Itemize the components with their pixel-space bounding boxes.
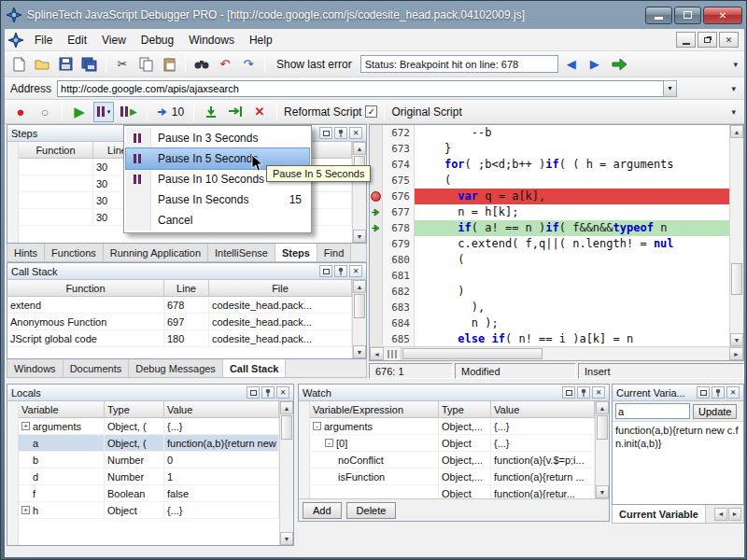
callstack-row[interactable]: extend678codesite_head.pack... — [7, 297, 352, 314]
panel-float-button[interactable] — [319, 127, 332, 139]
step-out-button[interactable] — [225, 102, 246, 122]
paste-button[interactable] — [159, 54, 179, 75]
menu-help[interactable]: Help — [242, 31, 280, 49]
panel-close-button[interactable]: ✕ — [349, 265, 362, 277]
code-area[interactable]: 672 --b 673 } 674 for( ;b<d;b++ )if( ( h… — [370, 125, 729, 346]
close-button[interactable]: ✕ — [703, 7, 742, 24]
panel-float-button[interactable] — [319, 265, 332, 277]
navigate-forward-button[interactable]: ▶ — [585, 54, 605, 75]
tab-scroll-left-button[interactable]: ◄ — [714, 508, 727, 521]
panel-pin-button[interactable] — [712, 386, 725, 399]
tab-intellisense[interactable]: IntelliSense — [208, 244, 275, 261]
tab-documents[interactable]: Documents — [63, 359, 130, 377]
tab-scroll-right-button[interactable]: ► — [728, 508, 741, 521]
stop-debug-button[interactable]: ✕ — [249, 102, 270, 122]
show-last-error-button[interactable]: Show last error — [271, 58, 358, 71]
code-line[interactable]: 679 c.extend( f,q||( n.length! = nul — [370, 236, 729, 252]
code-line-current[interactable]: 678 if( a! == n )if( f&&n&&typeof n — [370, 220, 729, 236]
scrollbar-thumb[interactable] — [281, 415, 292, 440]
splitter-grip[interactable] — [384, 347, 402, 360]
clear-breakpoint-button[interactable]: ○ — [35, 102, 55, 122]
callstack-row[interactable]: Anonymous Function697codesite_head.pack.… — [7, 314, 352, 330]
locals-row[interactable]: +argumentsObject, ({...} — [19, 418, 279, 435]
expand-toggle[interactable]: + — [21, 506, 30, 514]
menu-edit[interactable]: Edit — [60, 31, 94, 49]
step-count-button[interactable]: 10 — [154, 102, 187, 122]
mdi-minimize-button[interactable] — [676, 32, 696, 48]
mdi-close-button[interactable]: ✕ — [719, 32, 739, 48]
scroll-left-button[interactable]: ◄ — [370, 347, 384, 360]
callstack-col-file[interactable]: File — [209, 280, 352, 296]
menu-item-pause-3s[interactable]: Pause In 3 Seconds — [126, 128, 309, 148]
pause-dropdown-button[interactable]: ▾ — [93, 102, 114, 122]
panel-float-button[interactable] — [562, 386, 575, 399]
code-line[interactable]: 684 n ); — [370, 315, 729, 331]
scrollbar-thumb[interactable] — [731, 263, 742, 295]
editor-horizontal-scrollbar[interactable]: ◄ ► — [370, 346, 743, 360]
scroll-up-button[interactable]: ▲ — [730, 125, 743, 138]
go-button[interactable] — [608, 54, 630, 75]
scroll-down-button[interactable]: ▼ — [280, 532, 293, 545]
code-line[interactable]: 673 } — [370, 141, 729, 157]
watch-col-variable[interactable]: Variable/Expression — [310, 401, 439, 417]
watch-scrollbar[interactable]: ▲ ▼ — [595, 401, 609, 498]
panel-close-button[interactable]: ✕ — [276, 386, 289, 399]
toolbar-overflow-chevron[interactable]: ▾ — [730, 60, 740, 69]
panel-close-button[interactable]: ✕ — [349, 127, 362, 139]
panel-pin-button[interactable] — [577, 386, 590, 399]
tab-functions[interactable]: Functions — [45, 244, 104, 261]
code-line[interactable]: 682 ) — [370, 284, 729, 300]
watch-row[interactable]: isFunctionObject,...function(a){return .… — [310, 469, 595, 485]
pause-resume-button[interactable]: ▶ — [118, 102, 140, 122]
locals-row[interactable]: bNumber0 — [19, 452, 279, 469]
tab-call-stack[interactable]: Call Stack — [223, 359, 287, 377]
locals-row[interactable]: dNumber1 — [19, 469, 279, 485]
new-file-button[interactable] — [8, 54, 29, 75]
code-line[interactable]: 685 else if( n! == i )a[k] = n — [370, 331, 729, 346]
toolbar-overflow-chevron[interactable]: ▾ — [728, 84, 739, 93]
save-all-button[interactable] — [78, 54, 100, 75]
redo-button[interactable]: ↷ — [238, 54, 259, 75]
step-into-button[interactable] — [201, 102, 221, 122]
run-button[interactable]: ▶ — [69, 102, 90, 122]
watch-row[interactable]: Objectfunction(a){retur... — [310, 485, 595, 498]
scroll-down-button[interactable]: ▼ — [730, 333, 743, 346]
minimize-button[interactable] — [645, 7, 672, 24]
panel-pin-button[interactable] — [334, 127, 347, 139]
scroll-up-button[interactable]: ▲ — [353, 280, 366, 293]
code-line[interactable]: 675 ( — [370, 173, 729, 189]
locals-col-variable[interactable]: Variable — [19, 401, 105, 417]
callstack-row[interactable]: JScript global code180codesite_head.pack… — [7, 330, 352, 347]
code-line[interactable]: 677 n = h[k]; — [370, 204, 729, 220]
watch-row[interactable]: noConflictObject,...function(a){v.$=p;i.… — [310, 452, 595, 469]
scroll-down-button[interactable]: ▼ — [596, 485, 609, 498]
scroll-up-button[interactable]: ▲ — [596, 401, 609, 414]
menu-windows[interactable]: Windows — [181, 31, 242, 49]
navigate-back-button[interactable]: ◀ — [561, 54, 582, 75]
watch-row[interactable]: -[0]Object{...} — [310, 435, 595, 452]
scrollbar-thumb[interactable] — [402, 348, 543, 359]
pause-seconds-value[interactable]: 15 — [289, 193, 302, 206]
find-button[interactable] — [191, 54, 212, 75]
tab-running-application[interactable]: Running Application — [104, 244, 208, 261]
callstack-scrollbar[interactable]: ▲ ▼ — [352, 280, 366, 358]
steps-scrollbar[interactable]: ▲ ▼ — [352, 142, 366, 243]
panel-float-button[interactable] — [247, 386, 260, 399]
watch-col-value[interactable]: Value — [491, 401, 595, 417]
expand-toggle[interactable]: + — [21, 422, 30, 430]
undo-button[interactable]: ↶ — [215, 54, 235, 75]
reformat-script-checkbox[interactable]: ✓ — [365, 105, 377, 118]
menu-view[interactable]: View — [94, 31, 134, 49]
locals-row-selected[interactable]: ►aObject, (function(a,b){return new c. — [19, 435, 279, 452]
locals-row[interactable]: fBooleanfalse — [19, 485, 279, 502]
cut-button[interactable]: ✂ — [112, 54, 133, 75]
save-button[interactable] — [55, 54, 76, 75]
code-line[interactable]: 674 for( ;b<d;b++ )if( ( h = arguments — [370, 157, 729, 173]
callstack-col-line[interactable]: Line — [164, 280, 209, 296]
tab-current-variable[interactable]: Current Variable — [613, 505, 706, 523]
panel-close-button[interactable]: ✕ — [592, 386, 605, 399]
expand-toggle[interactable]: - — [313, 422, 321, 430]
scroll-down-button[interactable]: ▼ — [353, 230, 366, 243]
watch-add-button[interactable]: Add — [303, 502, 342, 519]
menu-debug[interactable]: Debug — [134, 31, 181, 49]
